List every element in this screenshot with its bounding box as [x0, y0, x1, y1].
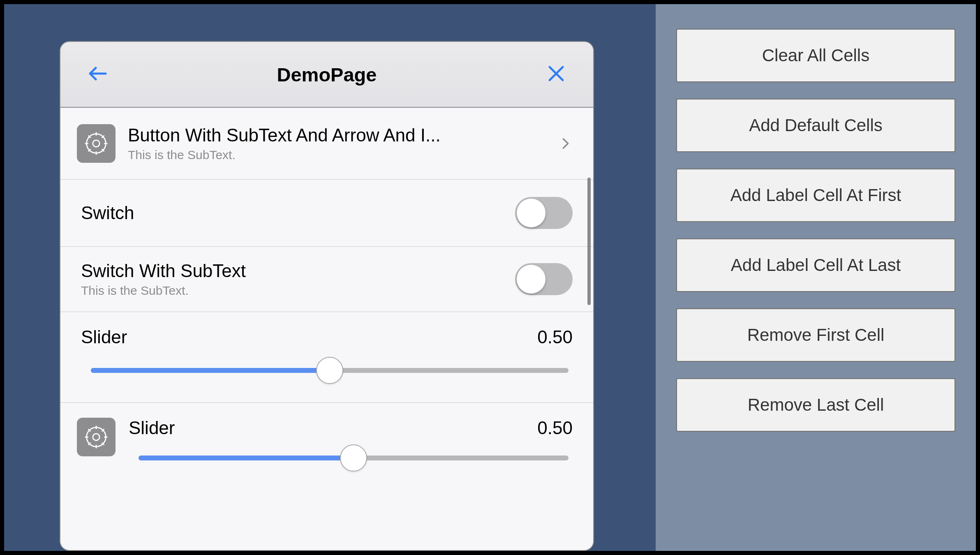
slider-value: 0.50: [537, 418, 573, 438]
switch-toggle[interactable]: [515, 197, 573, 229]
button-cell[interactable]: Button With SubText And Arrow And I... T…: [60, 108, 593, 180]
sidebar: Clear All Cells Add Default Cells Add La…: [656, 4, 976, 551]
close-button[interactable]: [544, 62, 569, 87]
page-list: Button With SubText And Arrow And I... T…: [60, 108, 593, 550]
switch-toggle[interactable]: [515, 263, 573, 295]
svg-point-0: [93, 140, 100, 147]
add-label-last-button[interactable]: Add Label Cell At Last: [676, 238, 955, 292]
switch-cell-subtext: This is the SubText.: [81, 284, 515, 298]
slider-title: Slider: [81, 327, 537, 347]
switch-knob: [517, 199, 545, 227]
switch-cell-with-sub[interactable]: Switch With SubText This is the SubText.: [60, 247, 593, 312]
switch-cell[interactable]: Switch: [60, 180, 593, 247]
back-button[interactable]: [85, 62, 110, 87]
add-label-first-button[interactable]: Add Label Cell At First: [676, 169, 955, 222]
slider-cell[interactable]: Slider 0.50: [60, 312, 593, 403]
gear-icon: [77, 124, 116, 163]
gear-icon: [77, 418, 116, 456]
slider-track[interactable]: [81, 362, 573, 379]
switch-cell-title: Switch With SubText: [81, 261, 515, 281]
button-cell-subtext: This is the SubText.: [128, 148, 546, 162]
slider-title: Slider: [129, 418, 537, 438]
button-cell-title: Button With SubText And Arrow And I...: [128, 125, 546, 146]
page-title: DemoPage: [60, 63, 593, 86]
app-frame: DemoPage: [4, 4, 976, 551]
slider-track[interactable]: [129, 450, 573, 466]
switch-cell-title: Switch: [81, 203, 515, 223]
remove-first-cell-button[interactable]: Remove First Cell: [676, 308, 955, 362]
clear-all-cells-button[interactable]: Clear All Cells: [676, 29, 955, 82]
button-cell-texts: Button With SubText And Arrow And I... T…: [128, 125, 546, 162]
scrollbar[interactable]: [587, 178, 591, 305]
page-header: DemoPage: [60, 42, 593, 108]
page-area: DemoPage: [4, 4, 656, 551]
slider-value: 0.50: [537, 327, 573, 347]
remove-last-cell-button[interactable]: Remove Last Cell: [676, 378, 955, 432]
svg-point-1: [87, 134, 106, 153]
slider-cell-with-icon[interactable]: Slider 0.50: [60, 403, 593, 483]
chevron-right-icon: [559, 136, 573, 150]
switch-knob: [517, 265, 545, 294]
page-card: DemoPage: [60, 41, 594, 551]
slider-thumb[interactable]: [340, 444, 367, 472]
svg-point-2: [93, 434, 100, 441]
add-default-cells-button[interactable]: Add Default Cells: [676, 99, 955, 152]
close-icon: [546, 64, 566, 85]
slider-thumb[interactable]: [316, 357, 343, 384]
svg-point-3: [87, 428, 106, 447]
back-arrow-icon: [88, 64, 107, 85]
